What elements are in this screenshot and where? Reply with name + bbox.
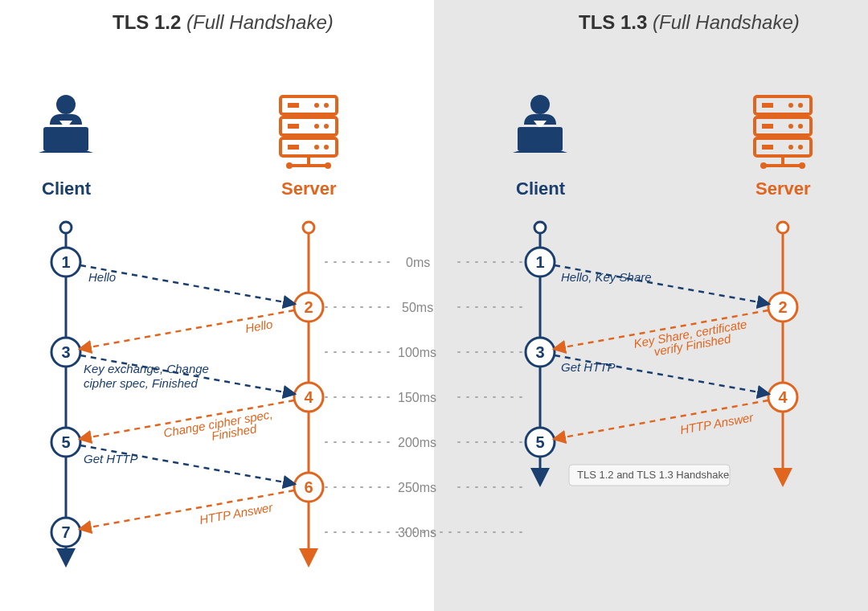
svg-text:7: 7: [61, 523, 70, 541]
lbl-kx2: cipher spec, Finished: [84, 376, 198, 390]
server-label: Server: [755, 178, 811, 199]
svg-text:150ms: 150ms: [398, 391, 436, 404]
svg-text:50ms: 50ms: [402, 301, 433, 314]
svg-text:5: 5: [535, 433, 544, 451]
step-1: 1: [526, 248, 555, 277]
step-6: 6: [294, 473, 323, 502]
step-1: 1: [51, 248, 80, 277]
step-3: 3: [526, 338, 555, 367]
svg-text:200ms: 200ms: [398, 436, 436, 449]
svg-text:250ms: 250ms: [398, 481, 436, 494]
step-2: 2: [768, 293, 797, 322]
lbl-get: Get HTTP: [561, 360, 616, 374]
svg-text:1: 1: [535, 253, 544, 271]
lbl-ans: HTTP Answer: [199, 500, 275, 527]
step-5: 5: [526, 428, 555, 457]
client-label: Client: [42, 178, 92, 199]
svg-text:2: 2: [304, 298, 313, 316]
svg-point-58: [777, 222, 788, 233]
lbl-hello-c: Hello: [88, 270, 116, 284]
svg-text:0ms: 0ms: [406, 256, 430, 269]
title-right: TLS 1.3 (Full Handshake): [579, 11, 800, 33]
svg-text:2: 2: [778, 298, 787, 316]
svg-point-56: [534, 222, 546, 233]
svg-text:100ms: 100ms: [398, 346, 436, 359]
svg-point-38: [60, 222, 72, 233]
svg-text:300ms: 300ms: [398, 526, 436, 539]
step-3: 3: [51, 338, 80, 367]
svg-text:1: 1: [61, 253, 70, 271]
step-7: 7: [51, 518, 80, 547]
svg-text:3: 3: [535, 343, 544, 361]
tls12-panel: Client Server 1 2 3 4 5 6 7 Hello Hello …: [39, 95, 337, 563]
client-label: Client: [516, 178, 566, 199]
server-icon: [280, 96, 337, 169]
right-panel-bg: [434, 0, 868, 611]
step-4: 4: [294, 383, 323, 412]
server-label: Server: [281, 178, 337, 199]
svg-text:6: 6: [304, 478, 313, 496]
step-5: 5: [51, 428, 80, 457]
svg-text:4: 4: [304, 388, 313, 406]
step-2: 2: [294, 293, 323, 322]
svg-text:TLS 1.2 and TLS 1.3 Handshake: TLS 1.2 and TLS 1.3 Handshake: [577, 469, 729, 481]
tooltip: TLS 1.2 and TLS 1.3 Handshake: [569, 465, 730, 486]
step-4: 4: [768, 383, 797, 412]
client-icon: [39, 95, 93, 153]
svg-point-40: [303, 222, 314, 233]
time-labels: 0ms 50ms 100ms 150ms 200ms 250ms 300ms: [398, 256, 436, 539]
lbl-get: Get HTTP: [84, 452, 138, 465]
handshake-diagram: TLS 1.2 (Full Handshake) TLS 1.3 (Full H…: [0, 0, 868, 611]
lbl-hello-s: Hello: [244, 317, 274, 335]
svg-text:4: 4: [778, 388, 788, 406]
svg-text:3: 3: [61, 343, 70, 361]
svg-text:5: 5: [61, 433, 70, 451]
lbl-hello-ks: Hello, Key Share: [561, 270, 652, 284]
lbl-kx1: Key exchange, Change: [84, 362, 209, 375]
title-left: TLS 1.2 (Full Handshake): [113, 11, 334, 33]
